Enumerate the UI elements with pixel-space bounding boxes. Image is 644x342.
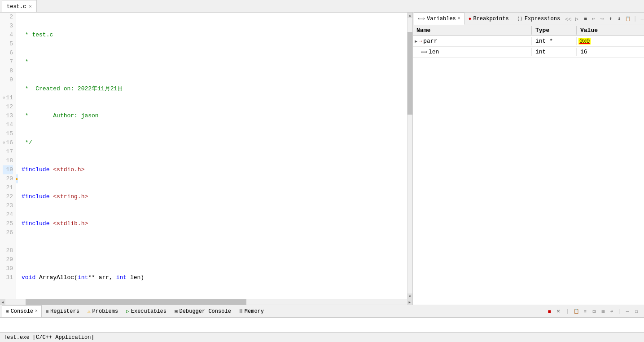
- debug-pause-btn[interactable]: ‖: [563, 307, 571, 315]
- tab-breakpoints[interactable]: ● Breakpoints: [464, 13, 513, 25]
- code-panel: 2 3 4 5 6 7 8 9 ⊖11 12 13 14 15 ⊖16 17: [0, 13, 413, 305]
- tab-memory[interactable]: Ⅲ Memory: [235, 305, 268, 317]
- toolbar-btn-8[interactable]: 📋: [624, 15, 632, 23]
- breakpoints-icon: ●: [469, 16, 472, 22]
- tab-debugger-console[interactable]: ▣ Debugger Console: [171, 305, 235, 317]
- toolbar-btn-1[interactable]: ◁◁: [564, 15, 572, 23]
- memory-icon: Ⅲ: [239, 308, 243, 314]
- vscroll-up-arrow[interactable]: ▲: [407, 13, 412, 18]
- variables-close[interactable]: ×: [458, 16, 460, 21]
- var-type-len: int: [532, 48, 577, 56]
- code-line: #include <stdlib.h>: [22, 219, 403, 228]
- variables-label: Variables: [427, 16, 456, 22]
- status-text: Test.exe [C/C++ Application]: [4, 334, 94, 341]
- debugger-console-icon: ▣: [175, 308, 178, 314]
- hscroll-right-arrow[interactable]: ▶: [407, 299, 412, 305]
- debug-expand-btn[interactable]: ⊡: [590, 307, 598, 315]
- toolbar-btn-minimize[interactable]: ─: [638, 15, 644, 23]
- code-vscrollbar[interactable]: ▲ ▼: [407, 13, 412, 299]
- tab-console[interactable]: ▣ Console ×: [2, 305, 42, 317]
- breakpoints-label: Breakpoints: [473, 16, 508, 22]
- debug-copy-btn[interactable]: 📋: [572, 307, 580, 315]
- toolbar-btn-2[interactable]: ▷: [573, 15, 581, 23]
- toolbar-btn-5[interactable]: ↪: [598, 15, 606, 23]
- debug-collapse-btn[interactable]: ⊞: [599, 307, 607, 315]
- editor-tab-label: test.c: [7, 4, 26, 10]
- var-table-header: Name Type Value: [413, 25, 644, 36]
- debug-stop-btn[interactable]: ■: [545, 307, 553, 315]
- var-row-parr: ▶ → parr int * 0x0: [413, 36, 644, 47]
- right-panel: ⟺ Variables × ● Breakpoints ⟨⟩ Expressio…: [413, 13, 644, 305]
- variables-table: Name Type Value ▶ → parr int * 0x0: [413, 25, 644, 305]
- editor-tab-close[interactable]: ×: [29, 4, 32, 9]
- expand-parr-icon[interactable]: ▶: [415, 39, 417, 44]
- executables-label: Executables: [131, 308, 166, 315]
- toolbar-btn-3[interactable]: ⏹: [581, 15, 589, 23]
- registers-icon: ▦: [46, 309, 48, 314]
- len-name-label: len: [429, 49, 439, 55]
- panel-maximize-btn[interactable]: □: [632, 307, 640, 315]
- right-toolbar: ◁◁ ▷ ⏹ ↩ ↪ ⬆ ⬇ 📋 | ─ □: [564, 15, 644, 23]
- col-value: Value: [577, 26, 644, 35]
- var-name-len: ⟺ len: [413, 48, 532, 56]
- executables-icon: ▷: [126, 308, 129, 314]
- parr-name-label: parr: [423, 38, 437, 44]
- tab-executables[interactable]: ▷ Executables: [122, 305, 171, 317]
- parr-value: 0x0: [578, 38, 591, 44]
- editor-tab-bar: test.c ×: [0, 0, 644, 13]
- expressions-icon: ⟨⟩: [517, 16, 523, 22]
- problems-icon: ⚠: [88, 308, 91, 314]
- code-line: */: [22, 138, 403, 147]
- right-tabs: ⟺ Variables × ● Breakpoints ⟨⟩ Expressio…: [414, 13, 564, 25]
- memory-label: Memory: [245, 308, 264, 315]
- console-label: Console: [11, 308, 33, 315]
- parr-pointer-icon: →: [419, 38, 422, 44]
- code-line: * Author: jason: [22, 111, 403, 120]
- toolbar-btn-4[interactable]: ↩: [590, 15, 598, 23]
- var-name-parr: ▶ → parr: [413, 37, 532, 45]
- hscroll-left-arrow[interactable]: ◀: [0, 299, 5, 305]
- panel-minimize-btn[interactable]: ─: [623, 307, 631, 315]
- code-line: *: [22, 58, 403, 67]
- code-content[interactable]: * test.c * * Created on: 2022年11月21日 * A…: [18, 13, 407, 299]
- console-close[interactable]: ×: [35, 309, 38, 314]
- debug-scroll-btn[interactable]: ≡: [581, 307, 589, 315]
- col-type: Type: [532, 26, 577, 35]
- debug-term-btn[interactable]: ✕: [554, 307, 562, 315]
- registers-label: Registers: [50, 308, 79, 315]
- problems-label: Problems: [92, 308, 118, 315]
- status-bar: Test.exe [C/C++ Application]: [0, 332, 644, 342]
- var-value-parr: 0x0: [577, 37, 644, 45]
- tab-registers[interactable]: ▦ Registers: [42, 305, 83, 317]
- code-line: [22, 246, 403, 255]
- right-tab-bar: ⟺ Variables × ● Breakpoints ⟨⟩ Expressio…: [413, 13, 644, 25]
- tab-problems[interactable]: ⚠ Problems: [83, 305, 122, 317]
- code-line: #include <stdio.h>: [22, 165, 403, 174]
- current-line-indicator: ▶: [16, 13, 18, 299]
- expressions-label: Expressions: [525, 16, 560, 22]
- bottom-panel: ▣ Console × ▦ Registers ⚠ Problems ▷ Exe…: [0, 305, 644, 332]
- var-value-len: 16: [577, 48, 644, 56]
- len-watch-icon: ⟺: [421, 49, 427, 55]
- var-type-parr: int *: [532, 37, 577, 45]
- code-hscrollbar[interactable]: ◀ ▶: [0, 299, 412, 305]
- code-line: void ArrayAlloc(int** arr, int len): [22, 273, 403, 282]
- toolbar-btn-7[interactable]: ⬇: [615, 15, 623, 23]
- debug-toolbar: ■ ✕ ‖ 📋 ≡ ⊡ ⊞ ↵ | ─ □: [545, 307, 642, 315]
- debugger-console-label: Debugger Console: [180, 308, 231, 315]
- col-name: Name: [413, 26, 532, 35]
- code-line: * Created on: 2022年11月21日: [22, 84, 403, 93]
- vscroll-down-arrow[interactable]: ▼: [407, 293, 412, 299]
- debug-wrap-btn[interactable]: ↵: [608, 307, 616, 315]
- console-icon: ▣: [6, 308, 9, 314]
- editor-tab[interactable]: test.c ×: [2, 0, 37, 12]
- tab-variables[interactable]: ⟺ Variables ×: [414, 13, 464, 25]
- bottom-tab-bar: ▣ Console × ▦ Registers ⚠ Problems ▷ Exe…: [0, 305, 644, 318]
- toolbar-btn-6[interactable]: ⬆: [607, 15, 615, 23]
- code-line: #include <string.h>: [22, 192, 403, 201]
- variables-icon: ⟺: [418, 16, 425, 22]
- code-line: * test.c: [22, 31, 403, 40]
- line-numbers: 2 3 4 5 6 7 8 9 ⊖11 12 13 14 15 ⊖16 17: [0, 13, 16, 299]
- tab-expressions[interactable]: ⟨⟩ Expressions: [513, 13, 564, 25]
- bottom-content: [0, 318, 644, 332]
